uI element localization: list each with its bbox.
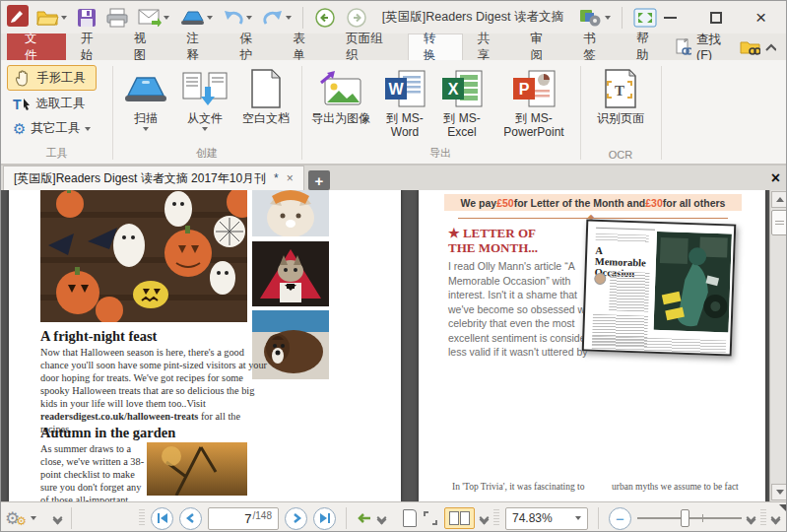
undo-button[interactable] <box>220 6 255 30</box>
arrow-up-icon <box>776 197 784 202</box>
previous-page-button[interactable] <box>179 507 202 530</box>
page-number-input[interactable]: 7 /148 <box>208 507 279 530</box>
other-tools-button[interactable]: ⚙ 其它工具 <box>7 117 97 140</box>
close-document-icon[interactable]: × <box>771 169 780 187</box>
email-dropdown-icon[interactable] <box>164 16 169 20</box>
scanner-dropdown-icon[interactable] <box>207 16 213 20</box>
undo-dropdown-icon[interactable] <box>246 16 252 20</box>
select-tool-icon: T <box>13 97 32 112</box>
select-tool-label: 选取工具 <box>36 96 86 112</box>
tools-group-label: 工具 <box>1 146 112 161</box>
window-title: [英国版]Readers Digest 读者文摘 201... <box>382 9 564 26</box>
arrow-down-icon <box>776 490 784 495</box>
zoom-slider-handle[interactable] <box>681 509 689 527</box>
tab-share[interactable]: 共享 <box>463 33 516 60</box>
export-image-button[interactable]: 导出为图像 <box>306 66 375 125</box>
status-bar: ⚙ ⚙ 7 /148 <box>1 501 787 532</box>
print-button[interactable] <box>103 6 131 30</box>
modified-indicator: * <box>274 171 279 185</box>
scroll-up-button[interactable] <box>771 191 787 208</box>
tab-help[interactable]: 帮助 <box>622 33 675 60</box>
find-in-folder-icon[interactable] <box>740 38 760 56</box>
next-page-button[interactable] <box>285 507 307 530</box>
article-link: readersdigest.co.uk/halloween-treats <box>40 411 198 422</box>
find-label[interactable]: 查找(F) <box>696 32 735 62</box>
toolbar-grip[interactable] <box>139 509 145 527</box>
page-right: We pay £50 for Letter of the Month and £… <box>419 190 765 501</box>
resize-grip[interactable] <box>779 504 786 511</box>
scan-button-large[interactable]: 扫描 <box>117 66 174 131</box>
find-document-icon[interactable] <box>675 38 691 56</box>
minus-icon: − <box>616 510 624 527</box>
ocr-group-label: OCR <box>580 149 661 161</box>
open-dropdown-icon[interactable] <box>61 16 67 20</box>
new-tab-button[interactable]: + <box>308 170 330 190</box>
save-button[interactable] <box>74 6 99 30</box>
status-tools-button[interactable]: ⚙ ⚙ <box>5 508 36 529</box>
letters-banner: We pay £50 for Letter of the Month and £… <box>444 194 742 211</box>
svg-text:W: W <box>388 81 404 98</box>
document-sessions-button[interactable] <box>576 6 614 30</box>
more-navigation-icon[interactable] <box>378 514 385 523</box>
hand-tool-label: 手形工具 <box>36 70 86 87</box>
vertical-scrollbar[interactable] <box>769 190 787 501</box>
ocr-recognize-pages-button[interactable]: T 识别页面 <box>588 66 653 125</box>
email-button[interactable] <box>135 7 172 29</box>
toolbar-grip[interactable] <box>760 509 766 527</box>
fullscreen-button[interactable] <box>630 6 660 30</box>
tab-home[interactable]: 开始 <box>66 33 119 60</box>
two-page-view-button[interactable] <box>444 507 475 529</box>
tab-bookmarks[interactable]: 书签 <box>568 33 622 60</box>
zoom-out-button[interactable]: − <box>609 507 631 530</box>
tab-organize[interactable]: 页面组织 <box>331 33 408 60</box>
collapse-ribbon-icon[interactable] <box>765 43 776 51</box>
redo-dropdown-icon[interactable] <box>286 16 292 20</box>
forward-button[interactable] <box>343 5 370 31</box>
back-button[interactable] <box>311 5 339 31</box>
scroll-down-button[interactable] <box>771 484 787 500</box>
scanner-button[interactable] <box>176 7 216 29</box>
tab-protect[interactable]: 保护 <box>225 33 278 60</box>
more-statusbar-icon[interactable] <box>772 514 779 523</box>
select-tool-button[interactable]: T 选取工具 <box>7 93 97 115</box>
export-powerpoint-button[interactable]: P 到 MS-PowerPoint <box>492 66 576 139</box>
page-layout-dropdown-icon[interactable] <box>481 514 488 523</box>
tab-convert[interactable]: 转换 <box>408 33 463 60</box>
document-view[interactable]: A fright-night feast Now that Halloween … <box>1 190 787 501</box>
zoom-slider[interactable] <box>637 517 742 519</box>
fit-page-icon[interactable] <box>423 510 438 526</box>
toolbar-grip[interactable] <box>493 509 499 527</box>
letter-heading-line1: ★ LETTER OF <box>448 226 538 240</box>
last-page-button[interactable] <box>313 507 336 530</box>
tab-form[interactable]: 表单 <box>278 33 331 60</box>
from-file-button[interactable]: 从文件 <box>176 66 233 131</box>
banner-text: for all others <box>663 197 726 209</box>
single-page-view-icon[interactable] <box>403 509 417 527</box>
previous-view-icon[interactable] <box>357 512 372 524</box>
from-file-icon <box>180 66 230 111</box>
gear-small-icon: ⚙ <box>16 514 27 528</box>
tab-close-icon[interactable]: × <box>287 171 294 185</box>
zoom-level-select[interactable]: 74.83% <box>505 507 588 530</box>
more-zoom-icon[interactable] <box>748 514 754 523</box>
first-page-button[interactable] <box>151 507 173 530</box>
tab-view[interactable]: 视图 <box>119 33 172 60</box>
zoom-slider-tick <box>702 514 703 522</box>
open-file-button[interactable] <box>33 6 70 30</box>
expand-panel-icon[interactable] <box>54 514 61 523</box>
scrollbar-thumb[interactable] <box>771 210 787 235</box>
export-word-button[interactable]: W 到 MS-Word <box>377 66 432 139</box>
tab-review[interactable]: 审阅 <box>515 33 568 60</box>
sessions-dropdown-icon[interactable] <box>605 16 611 20</box>
tab-comment[interactable]: 注释 <box>172 33 226 60</box>
minimize-icon[interactable] <box>664 17 677 19</box>
hand-tool-button[interactable]: 手形工具 <box>7 65 97 91</box>
blank-document-button[interactable]: 空白文档 <box>235 66 296 125</box>
maximize-icon[interactable] <box>710 12 722 24</box>
redo-button[interactable] <box>259 6 295 30</box>
tab-file[interactable]: 文件 <box>7 33 66 60</box>
halloween-cookies-photo <box>40 190 247 322</box>
close-icon[interactable]: × <box>755 11 766 25</box>
export-excel-button[interactable]: X 到 MS-Excel <box>434 66 490 139</box>
document-tab[interactable]: [英国版]Readers Digest 读者文摘 2017年10月刊 * × <box>3 166 304 190</box>
